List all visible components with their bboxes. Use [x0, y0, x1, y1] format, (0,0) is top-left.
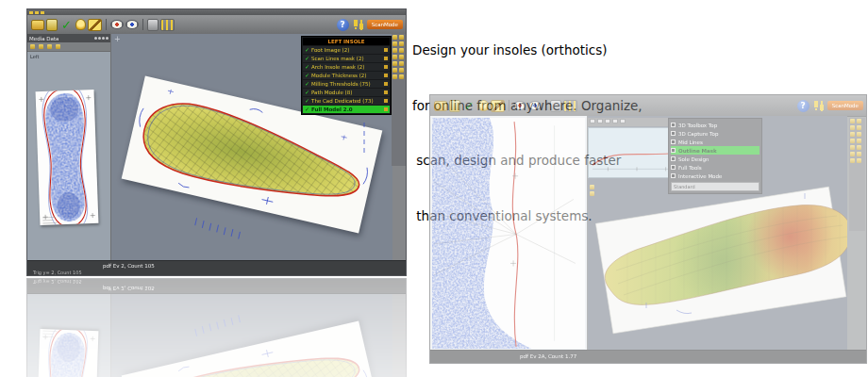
tool-icon[interactable] [399, 61, 404, 66]
option-row[interactable]: Interactive Mode [671, 172, 760, 180]
layer-action-icon[interactable] [384, 90, 388, 94]
tool-icon[interactable] [392, 35, 397, 40]
titlebar-icon[interactable] [35, 11, 39, 14]
tool-icon[interactable] [399, 55, 404, 59]
layer-row[interactable]: ✓Module Thickness (2) [303, 72, 390, 79]
tool-icon[interactable] [857, 132, 861, 137]
option-row[interactable]: Full Tools [671, 163, 760, 172]
media-tool-icon[interactable] [56, 44, 60, 49]
tool-icon[interactable] [850, 158, 855, 163]
preview-tool-icon[interactable] [590, 119, 595, 123]
tool-icon[interactable] [392, 41, 397, 46]
tool-icon[interactable] [857, 119, 861, 123]
tool-icon[interactable] [392, 74, 397, 79]
preview-tool-icon[interactable] [620, 119, 626, 123]
levels-icon[interactable] [563, 100, 577, 112]
eye-red-icon[interactable] [110, 20, 124, 29]
bulb-icon[interactable] [75, 19, 86, 30]
tool-icon[interactable] [850, 119, 855, 123]
pencil-icon[interactable] [88, 19, 102, 31]
option-row[interactable]: Sole Design [671, 155, 760, 163]
tool-icon[interactable] [392, 61, 397, 66]
help-icon[interactable]: ? [797, 100, 810, 112]
preview-tool-icon[interactable] [597, 119, 603, 123]
window-control-dot[interactable] [106, 37, 108, 40]
layer-row[interactable]: ✓Scan Lines mask (2) [303, 55, 390, 62]
tool-icon[interactable] [850, 139, 855, 143]
eye-blue-icon[interactable] [528, 101, 542, 110]
help-icon[interactable]: ? [337, 19, 349, 31]
media-tool-icon[interactable] [47, 44, 52, 49]
checkbox-icon[interactable] [671, 148, 676, 153]
checkbox-icon[interactable] [671, 173, 676, 178]
tool-icon[interactable] [392, 55, 397, 59]
foot-scan-panel[interactable] [430, 116, 588, 351]
check-icon[interactable]: ✓ [462, 100, 476, 112]
bulb-icon[interactable] [478, 100, 489, 111]
window-control-dot[interactable] [102, 37, 105, 40]
checkbox-icon[interactable] [671, 156, 676, 161]
tool-icon[interactable] [850, 125, 855, 130]
checkbox-icon[interactable] [671, 165, 676, 170]
folder-icon[interactable] [434, 101, 447, 111]
layer-action-icon[interactable] [384, 57, 388, 60]
tool-icon[interactable] [857, 152, 861, 156]
tool-icon[interactable] [399, 35, 404, 40]
tool-icon[interactable] [850, 145, 855, 150]
window-control-dot[interactable] [94, 37, 97, 40]
insole-surface[interactable] [590, 180, 847, 338]
eye-blue-icon[interactable] [125, 20, 139, 29]
tool-icon[interactable] [392, 48, 397, 53]
layer-action-icon[interactable] [384, 74, 388, 77]
wrench-icon[interactable] [550, 100, 561, 112]
option-row[interactable]: 3D Capture Top [671, 129, 760, 138]
tool-icon[interactable] [850, 152, 855, 156]
checkbox-icon[interactable] [671, 139, 676, 144]
media-tool-icon[interactable] [30, 44, 35, 49]
titlebar-icon[interactable] [41, 11, 44, 14]
scan-mode-badge[interactable]: ScanMode [367, 20, 403, 29]
media-panel-header[interactable]: Media Data [27, 34, 110, 42]
tool-icon[interactable] [857, 139, 861, 143]
tool-icon[interactable] [850, 132, 855, 137]
tool-icon[interactable] [857, 125, 861, 130]
tool-icon[interactable] [399, 41, 404, 46]
preview-tool-icon[interactable] [605, 119, 610, 123]
layer-row[interactable]: ✓Foot Image (2) [303, 46, 390, 54]
tool-icon[interactable] [399, 68, 404, 73]
foot-scan-thumbnail[interactable] [36, 90, 99, 225]
layer-row[interactable]: ✓Full Model 2.0 [303, 106, 390, 113]
tool-icon[interactable] [399, 48, 404, 53]
layer-action-icon[interactable] [384, 48, 388, 52]
eye-red-icon[interactable] [513, 101, 526, 110]
window-controls[interactable] [94, 37, 108, 40]
levels-icon[interactable] [160, 19, 175, 31]
checkbox-icon[interactable] [671, 131, 676, 136]
tool-icon[interactable] [857, 158, 861, 163]
preset-select[interactable]: Standard [671, 182, 760, 191]
checkbox-icon[interactable] [671, 123, 676, 127]
tool-icon[interactable] [857, 145, 861, 150]
footprints-icon[interactable] [351, 19, 366, 31]
layer-action-icon[interactable] [384, 82, 388, 86]
preview-tool-icon[interactable] [612, 119, 618, 123]
pencil-icon[interactable] [491, 100, 505, 112]
option-row[interactable]: 3D Toolbox Top [671, 121, 760, 129]
tool-icon[interactable] [392, 68, 397, 73]
layer-row[interactable]: ✓The Cad Dedicated (73) [303, 97, 390, 105]
layer-row[interactable]: ✓Path Module (8) [303, 89, 390, 96]
media-tool-icon[interactable] [39, 44, 43, 49]
save-icon[interactable] [46, 19, 58, 31]
scan-mode-badge-2[interactable]: ScanMode [827, 101, 863, 110]
layer-action-icon[interactable] [384, 65, 388, 69]
option-row[interactable]: Outline Mask [671, 146, 760, 155]
wrench-icon[interactable] [147, 19, 159, 31]
save-icon[interactable] [449, 100, 460, 112]
folder-icon[interactable] [31, 20, 44, 30]
tool-icon[interactable] [399, 74, 404, 79]
footprints-icon[interactable] [811, 100, 826, 112]
check-icon[interactable]: ✓ [59, 19, 74, 31]
layer-action-icon[interactable] [384, 107, 388, 111]
titlebar-icon[interactable] [29, 11, 33, 14]
layer-row[interactable]: ✓Arch Insole mask (2) [303, 63, 390, 71]
